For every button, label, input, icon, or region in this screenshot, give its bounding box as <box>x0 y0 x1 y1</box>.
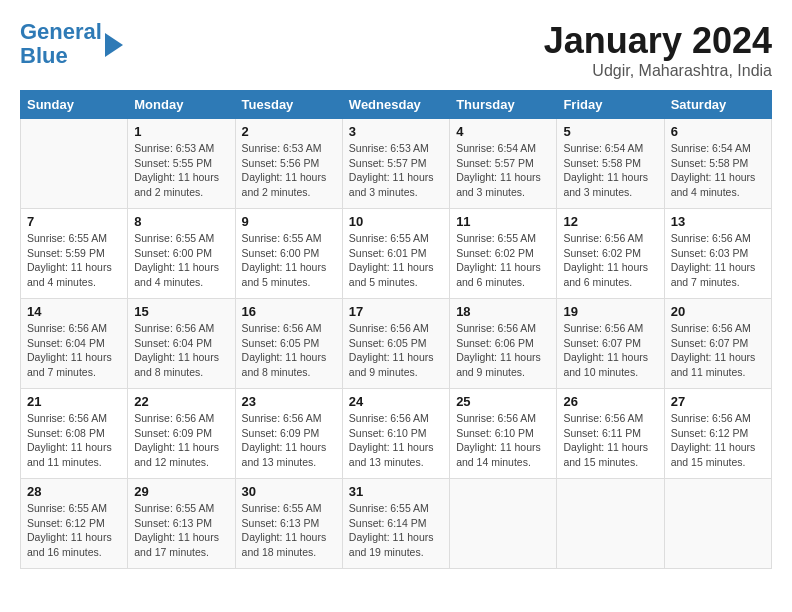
calendar-cell: 28Sunrise: 6:55 AM Sunset: 6:12 PM Dayli… <box>21 479 128 569</box>
day-number: 31 <box>349 484 443 499</box>
day-info: Sunrise: 6:55 AM Sunset: 6:14 PM Dayligh… <box>349 501 443 560</box>
calendar-table: SundayMondayTuesdayWednesdayThursdayFrid… <box>20 90 772 569</box>
calendar-cell: 15Sunrise: 6:56 AM Sunset: 6:04 PM Dayli… <box>128 299 235 389</box>
day-number: 17 <box>349 304 443 319</box>
day-info: Sunrise: 6:55 AM Sunset: 6:02 PM Dayligh… <box>456 231 550 290</box>
week-row-5: 28Sunrise: 6:55 AM Sunset: 6:12 PM Dayli… <box>21 479 772 569</box>
day-info: Sunrise: 6:56 AM Sunset: 6:06 PM Dayligh… <box>456 321 550 380</box>
calendar-cell: 6Sunrise: 6:54 AM Sunset: 5:58 PM Daylig… <box>664 119 771 209</box>
day-info: Sunrise: 6:54 AM Sunset: 5:58 PM Dayligh… <box>563 141 657 200</box>
week-row-4: 21Sunrise: 6:56 AM Sunset: 6:08 PM Dayli… <box>21 389 772 479</box>
day-number: 28 <box>27 484 121 499</box>
header: GeneralBlue January 2024 Udgir, Maharash… <box>20 20 772 80</box>
calendar-cell: 29Sunrise: 6:55 AM Sunset: 6:13 PM Dayli… <box>128 479 235 569</box>
calendar-cell: 13Sunrise: 6:56 AM Sunset: 6:03 PM Dayli… <box>664 209 771 299</box>
day-number: 21 <box>27 394 121 409</box>
day-number: 29 <box>134 484 228 499</box>
calendar-cell <box>21 119 128 209</box>
day-number: 20 <box>671 304 765 319</box>
calendar-cell <box>450 479 557 569</box>
day-info: Sunrise: 6:56 AM Sunset: 6:03 PM Dayligh… <box>671 231 765 290</box>
day-number: 11 <box>456 214 550 229</box>
day-header-thursday: Thursday <box>450 91 557 119</box>
calendar-cell: 23Sunrise: 6:56 AM Sunset: 6:09 PM Dayli… <box>235 389 342 479</box>
week-row-2: 7Sunrise: 6:55 AM Sunset: 5:59 PM Daylig… <box>21 209 772 299</box>
day-number: 26 <box>563 394 657 409</box>
day-number: 8 <box>134 214 228 229</box>
day-number: 13 <box>671 214 765 229</box>
days-header-row: SundayMondayTuesdayWednesdayThursdayFrid… <box>21 91 772 119</box>
calendar-cell: 14Sunrise: 6:56 AM Sunset: 6:04 PM Dayli… <box>21 299 128 389</box>
logo-arrow-icon <box>105 33 123 57</box>
day-info: Sunrise: 6:53 AM Sunset: 5:56 PM Dayligh… <box>242 141 336 200</box>
calendar-cell: 26Sunrise: 6:56 AM Sunset: 6:11 PM Dayli… <box>557 389 664 479</box>
logo: GeneralBlue <box>20 20 123 68</box>
day-info: Sunrise: 6:53 AM Sunset: 5:57 PM Dayligh… <box>349 141 443 200</box>
day-number: 18 <box>456 304 550 319</box>
day-info: Sunrise: 6:55 AM Sunset: 5:59 PM Dayligh… <box>27 231 121 290</box>
day-info: Sunrise: 6:56 AM Sunset: 6:10 PM Dayligh… <box>349 411 443 470</box>
logo-text: GeneralBlue <box>20 20 102 68</box>
calendar-cell: 30Sunrise: 6:55 AM Sunset: 6:13 PM Dayli… <box>235 479 342 569</box>
calendar-cell: 7Sunrise: 6:55 AM Sunset: 5:59 PM Daylig… <box>21 209 128 299</box>
week-row-1: 1Sunrise: 6:53 AM Sunset: 5:55 PM Daylig… <box>21 119 772 209</box>
day-number: 27 <box>671 394 765 409</box>
day-header-friday: Friday <box>557 91 664 119</box>
calendar-cell: 16Sunrise: 6:56 AM Sunset: 6:05 PM Dayli… <box>235 299 342 389</box>
day-number: 10 <box>349 214 443 229</box>
day-info: Sunrise: 6:56 AM Sunset: 6:05 PM Dayligh… <box>349 321 443 380</box>
day-info: Sunrise: 6:56 AM Sunset: 6:07 PM Dayligh… <box>563 321 657 380</box>
day-number: 23 <box>242 394 336 409</box>
day-info: Sunrise: 6:56 AM Sunset: 6:12 PM Dayligh… <box>671 411 765 470</box>
day-number: 15 <box>134 304 228 319</box>
day-header-wednesday: Wednesday <box>342 91 449 119</box>
calendar-cell: 31Sunrise: 6:55 AM Sunset: 6:14 PM Dayli… <box>342 479 449 569</box>
day-info: Sunrise: 6:56 AM Sunset: 6:10 PM Dayligh… <box>456 411 550 470</box>
calendar-cell: 24Sunrise: 6:56 AM Sunset: 6:10 PM Dayli… <box>342 389 449 479</box>
calendar-cell: 3Sunrise: 6:53 AM Sunset: 5:57 PM Daylig… <box>342 119 449 209</box>
day-number: 7 <box>27 214 121 229</box>
day-number: 3 <box>349 124 443 139</box>
day-info: Sunrise: 6:54 AM Sunset: 5:58 PM Dayligh… <box>671 141 765 200</box>
day-number: 25 <box>456 394 550 409</box>
day-number: 1 <box>134 124 228 139</box>
day-number: 2 <box>242 124 336 139</box>
day-info: Sunrise: 6:55 AM Sunset: 6:13 PM Dayligh… <box>242 501 336 560</box>
day-info: Sunrise: 6:56 AM Sunset: 6:05 PM Dayligh… <box>242 321 336 380</box>
day-info: Sunrise: 6:55 AM Sunset: 6:00 PM Dayligh… <box>134 231 228 290</box>
calendar-cell: 8Sunrise: 6:55 AM Sunset: 6:00 PM Daylig… <box>128 209 235 299</box>
day-info: Sunrise: 6:56 AM Sunset: 6:04 PM Dayligh… <box>27 321 121 380</box>
calendar-cell: 11Sunrise: 6:55 AM Sunset: 6:02 PM Dayli… <box>450 209 557 299</box>
day-info: Sunrise: 6:56 AM Sunset: 6:07 PM Dayligh… <box>671 321 765 380</box>
calendar-cell: 9Sunrise: 6:55 AM Sunset: 6:00 PM Daylig… <box>235 209 342 299</box>
week-row-3: 14Sunrise: 6:56 AM Sunset: 6:04 PM Dayli… <box>21 299 772 389</box>
title-area: January 2024 Udgir, Maharashtra, India <box>544 20 772 80</box>
day-number: 4 <box>456 124 550 139</box>
calendar-cell: 22Sunrise: 6:56 AM Sunset: 6:09 PM Dayli… <box>128 389 235 479</box>
day-info: Sunrise: 6:56 AM Sunset: 6:11 PM Dayligh… <box>563 411 657 470</box>
day-number: 24 <box>349 394 443 409</box>
day-number: 6 <box>671 124 765 139</box>
day-number: 16 <box>242 304 336 319</box>
day-header-saturday: Saturday <box>664 91 771 119</box>
day-info: Sunrise: 6:56 AM Sunset: 6:02 PM Dayligh… <box>563 231 657 290</box>
day-info: Sunrise: 6:54 AM Sunset: 5:57 PM Dayligh… <box>456 141 550 200</box>
day-info: Sunrise: 6:56 AM Sunset: 6:09 PM Dayligh… <box>242 411 336 470</box>
month-title: January 2024 <box>544 20 772 62</box>
day-number: 14 <box>27 304 121 319</box>
calendar-cell: 4Sunrise: 6:54 AM Sunset: 5:57 PM Daylig… <box>450 119 557 209</box>
calendar-cell: 17Sunrise: 6:56 AM Sunset: 6:05 PM Dayli… <box>342 299 449 389</box>
calendar-cell: 12Sunrise: 6:56 AM Sunset: 6:02 PM Dayli… <box>557 209 664 299</box>
calendar-cell: 10Sunrise: 6:55 AM Sunset: 6:01 PM Dayli… <box>342 209 449 299</box>
day-header-tuesday: Tuesday <box>235 91 342 119</box>
calendar-cell: 19Sunrise: 6:56 AM Sunset: 6:07 PM Dayli… <box>557 299 664 389</box>
calendar-cell: 20Sunrise: 6:56 AM Sunset: 6:07 PM Dayli… <box>664 299 771 389</box>
day-number: 9 <box>242 214 336 229</box>
day-info: Sunrise: 6:53 AM Sunset: 5:55 PM Dayligh… <box>134 141 228 200</box>
calendar-cell <box>664 479 771 569</box>
day-header-sunday: Sunday <box>21 91 128 119</box>
day-header-monday: Monday <box>128 91 235 119</box>
calendar-cell: 5Sunrise: 6:54 AM Sunset: 5:58 PM Daylig… <box>557 119 664 209</box>
calendar-cell: 25Sunrise: 6:56 AM Sunset: 6:10 PM Dayli… <box>450 389 557 479</box>
day-number: 12 <box>563 214 657 229</box>
